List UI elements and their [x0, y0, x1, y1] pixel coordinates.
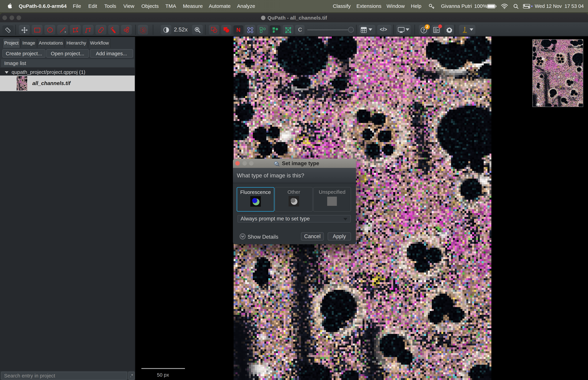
- svg-text:S: S: [142, 28, 144, 33]
- svg-text:?: ?: [422, 28, 425, 33]
